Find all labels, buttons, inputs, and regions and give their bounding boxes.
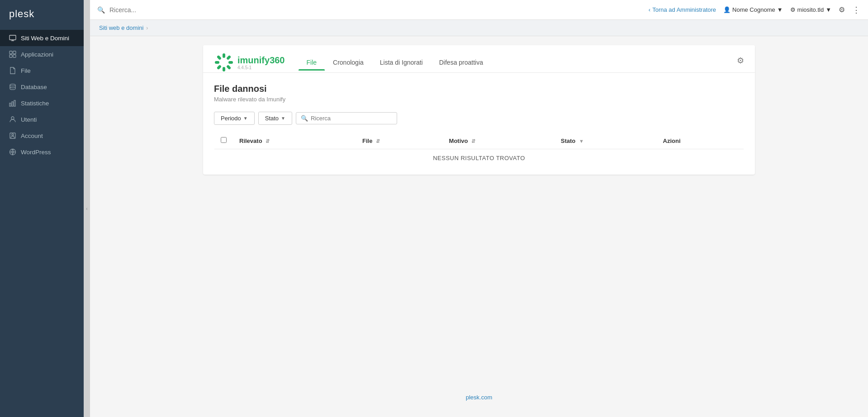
sidebar-item-applicazioni[interactable]: Applicazioni [0,46,84,62]
file-icon [9,67,16,74]
topbar: 🔍 ‹ Torna ad Amministratore 👤 Nome Cogno… [90,0,868,20]
search-filter-input[interactable] [311,115,392,122]
imunify-header: imunify360 4.4.5-1 File Cronologia Lista… [203,45,755,72]
breadcrumb: Siti web e domini › [90,20,868,36]
periodo-label: Periodo [221,115,241,122]
tab-file[interactable]: File [299,54,325,71]
svg-point-11 [11,117,14,119]
svg-rect-9 [12,102,13,106]
tab-lista-ignorati[interactable]: Lista di Ignorati [372,54,431,71]
account-icon [9,132,16,139]
th-stato: Stato ▼ [555,133,657,149]
table-empty-row: NESSUN RISULTATO TROVATO [214,149,744,167]
footer-link[interactable]: plesk.com [466,394,493,401]
svg-rect-10 [14,100,15,106]
page-footer: plesk.com [459,386,500,408]
imunify-logo-text: imunify360 4.4.5-1 [237,55,285,70]
section-title: File dannosi [214,84,744,94]
periodo-caret-icon: ▼ [243,116,248,121]
svg-rect-15 [223,53,225,58]
svg-rect-4 [13,51,16,54]
sidebar-item-database[interactable]: Database [0,79,84,95]
sidebar-item-utenti[interactable]: Utenti [0,111,84,128]
periodo-filter-button[interactable]: Periodo ▼ [214,112,255,125]
svg-rect-0 [9,35,16,40]
sidebar-label-statistiche: Statistiche [21,100,49,107]
sidebar-item-account[interactable]: Account [0,128,84,144]
file-table: Rilevato ⇵ File ⇵ Motivo ⇵ [214,132,744,167]
svg-rect-5 [9,55,12,57]
imunify-logo-name: imunify360 [237,55,285,65]
sort-rilevato-icon[interactable]: ⇵ [266,138,270,144]
search-filter: 🔍 [296,112,397,124]
sidebar-label-applicazioni: Applicazioni [21,51,53,58]
domain-globe-icon: ⚙ [790,6,796,13]
table-header-row: Rilevato ⇵ File ⇵ Motivo ⇵ [214,133,744,149]
svg-rect-18 [226,65,231,70]
topbar-user[interactable]: 👤 Nome Cognome ▼ [723,6,783,13]
filters-row: Periodo ▼ Stato ▼ 🔍 [214,112,744,125]
empty-message: NESSUN RISULTATO TROVATO [214,149,744,167]
tab-cronologia[interactable]: Cronologia [325,54,372,71]
sidebar-label-wordpress: WordPress [21,149,51,156]
svg-rect-21 [215,61,219,64]
section-subtitle: Malware rilevato da Imunify [214,96,744,103]
sort-file-icon[interactable]: ⇵ [376,138,380,144]
sidebar-item-wordpress[interactable]: WordPress [0,144,84,160]
tab-difesa-proattiva[interactable]: Difesa proattiva [431,54,491,71]
svg-point-7 [10,84,15,86]
sort-motivo-icon[interactable]: ⇵ [471,138,475,144]
web-icon [9,34,16,42]
topbar-domain[interactable]: ⚙ miosito.tld ▼ [790,6,831,13]
sidebar-label-file: File [21,67,31,74]
th-rilevato: Rilevato ⇵ [233,133,356,149]
sidebar-nav: Siti Web e Domini Applicazioni File [0,28,84,417]
svg-rect-17 [228,61,233,64]
stato-label: Stato [265,115,279,122]
breadcrumb-siti-web[interactable]: Siti web e domini [99,24,143,31]
sidebar-item-file[interactable]: File [0,62,84,79]
sidebar-label-utenti: Utenti [21,116,37,123]
imunify-logo-version: 4.4.5-1 [237,65,285,70]
sidebar-label-account: Account [21,133,43,139]
th-checkbox [214,133,233,149]
topbar-more-icon[interactable]: ⋮ [852,5,861,15]
svg-rect-22 [217,55,222,60]
svg-rect-16 [226,55,231,60]
sidebar-item-siti-web[interactable]: Siti Web e Domini [0,30,84,46]
sidebar-logo: plesk [0,0,84,28]
page-content: imunify360 4.4.5-1 File Cronologia Lista… [90,36,868,417]
imunify-logo: imunify360 4.4.5-1 [214,52,285,72]
topbar-search-input[interactable] [109,6,644,14]
svg-rect-6 [13,55,16,57]
stato-caret-icon: ▼ [281,116,285,121]
sidebar-collapse-handle[interactable]: ‹ [84,0,90,417]
sidebar: plesk Siti Web e Domini Applicazioni [0,0,84,417]
imunify-settings-icon[interactable]: ⚙ [737,56,744,69]
back-to-admin-link[interactable]: ‹ Torna ad Amministratore [649,6,716,13]
back-arrow-icon: ‹ [649,6,650,13]
topbar-right: ‹ Torna ad Amministratore 👤 Nome Cognome… [649,5,861,15]
sidebar-label-database: Database [21,84,47,90]
sidebar-item-statistiche[interactable]: Statistiche [0,95,84,111]
imunify-card: imunify360 4.4.5-1 File Cronologia Lista… [203,45,755,175]
wp-icon [9,148,16,156]
sidebar-label-siti-web: Siti Web e Domini [21,35,69,42]
th-file: File ⇵ [356,133,443,149]
search-icon: 🔍 [97,6,105,14]
imunify-tabs: File Cronologia Lista di Ignorati Difesa… [299,54,737,71]
svg-point-13 [12,134,14,136]
th-motivo: Motivo ⇵ [443,133,555,149]
th-azioni: Azioni [657,133,744,149]
select-all-checkbox[interactable] [221,137,227,143]
sort-stato-icon[interactable]: ▼ [579,138,584,144]
topbar-settings-icon[interactable]: ⚙ [839,5,845,14]
user-icon: 👤 [723,6,730,13]
db-icon [9,83,16,90]
user-chevron-icon: ▼ [777,6,783,13]
stats-icon [9,100,16,107]
svg-rect-20 [217,65,222,70]
stato-filter-button[interactable]: Stato ▼ [258,112,292,125]
imunify-logo-icon [214,52,234,72]
breadcrumb-separator: › [146,25,148,31]
